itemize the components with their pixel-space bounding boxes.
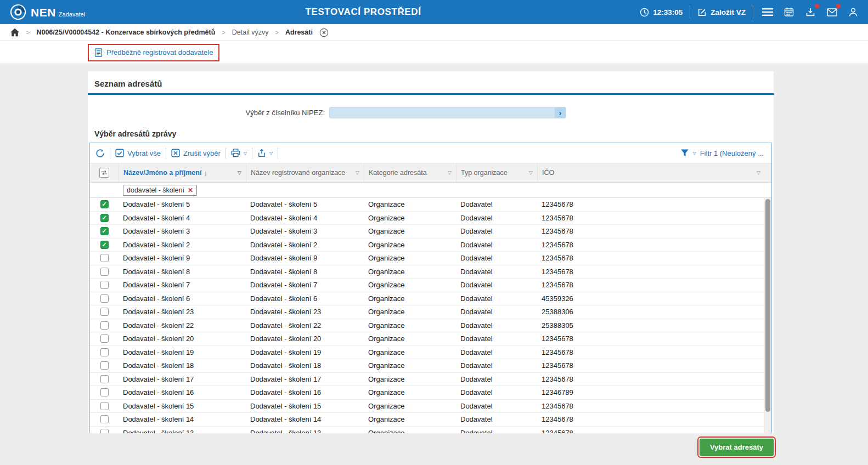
table-row[interactable]: Dodavatel - školení 17 Dodavatel - škole… — [90, 373, 771, 387]
table-row[interactable]: Dodavatel - školení 22 Dodavatel - škole… — [90, 319, 771, 333]
table-row[interactable]: Dodavatel - školení 19 Dodavatel - škole… — [90, 346, 771, 360]
user-icon — [848, 7, 858, 17]
table-row[interactable]: Dodavatel - školení 2 Dodavatel - školen… — [90, 239, 771, 252]
active-filter-label[interactable]: Filtr 1 (Neuložený ... — [700, 149, 764, 157]
messages-button[interactable] — [825, 5, 839, 19]
row-checkbox[interactable] — [100, 308, 109, 316]
column-filter-icon[interactable]: ▽ — [234, 170, 241, 175]
row-checkbox[interactable] — [100, 214, 109, 222]
column-header-ico[interactable]: IČO ▽ — [537, 163, 771, 182]
row-checkbox[interactable] — [100, 254, 109, 262]
table-row[interactable]: Dodavatel - školení 14 Dodavatel - škole… — [90, 413, 771, 427]
home-icon[interactable] — [10, 28, 20, 37]
row-checkbox[interactable] — [100, 402, 109, 410]
create-vz-button[interactable]: Založit VZ — [697, 8, 746, 17]
table-row[interactable]: Dodavatel - školení 18 Dodavatel - škole… — [90, 359, 771, 373]
row-checkbox[interactable] — [100, 429, 109, 433]
refresh-button[interactable] — [95, 149, 105, 158]
column-header-type[interactable]: Typ organizace ▽ — [456, 163, 537, 182]
column-filter-icon[interactable]: ▽ — [526, 170, 533, 175]
clear-selection-button[interactable]: Zrušit výběr — [171, 149, 221, 157]
table-row[interactable]: Dodavatel - školení 16 Dodavatel - škole… — [90, 386, 771, 400]
row-checkbox[interactable] — [100, 268, 109, 276]
cell-ico: 25388305 — [537, 321, 771, 330]
topbar-controls: 12:33:05 Založit VZ — [640, 5, 860, 19]
table-row[interactable]: Dodavatel - školení 7 Dodavatel - školen… — [90, 279, 771, 292]
nipez-input[interactable] — [329, 107, 566, 118]
column-header-org[interactable]: Název registrované organizace ▽ — [246, 163, 364, 182]
column-chooser-icon — [99, 168, 109, 178]
vertical-scrollbar[interactable] — [764, 198, 771, 433]
downloads-button[interactable] — [803, 5, 818, 19]
filter-caret-icon[interactable]: ▽ — [693, 151, 696, 156]
cell-category: Organizace — [364, 429, 456, 433]
table-row[interactable]: Dodavatel - školení 5 Dodavatel - školen… — [90, 198, 771, 212]
topbar-divider — [690, 5, 690, 19]
breadcrumb-separator: > — [26, 29, 30, 36]
cell-type: Dodavatel — [456, 375, 537, 383]
row-checkbox[interactable] — [100, 415, 109, 423]
column-filter-icon[interactable]: ▽ — [444, 170, 452, 175]
notification-dot — [815, 4, 819, 8]
filter-chip[interactable]: dodavatel - školení ✕ — [123, 185, 197, 196]
row-checkbox[interactable] — [100, 281, 109, 289]
column-header-category[interactable]: Kategorie adresáta ▽ — [364, 163, 456, 182]
user-button[interactable] — [846, 5, 860, 19]
table-row[interactable]: Dodavatel - školení 8 Dodavatel - školen… — [90, 265, 771, 279]
row-checkbox[interactable] — [100, 348, 109, 356]
row-checkbox[interactable] — [100, 227, 109, 235]
row-checkbox[interactable] — [100, 200, 109, 208]
sort-desc-icon[interactable]: ↓ — [204, 169, 207, 177]
nen-logo-icon — [10, 4, 26, 20]
export-button[interactable]: ▽ — [257, 149, 273, 157]
table-row[interactable]: Dodavatel - školení 13 Dodavatel - škole… — [90, 427, 771, 434]
table-row[interactable]: Dodavatel - školení 3 Dodavatel - školen… — [90, 225, 771, 239]
table-row[interactable]: Dodavatel - školení 9 Dodavatel - školen… — [90, 252, 771, 265]
column-header-name[interactable]: Název/Jméno a příjmení ↓ ▽ — [119, 163, 246, 182]
row-checkbox[interactable] — [100, 294, 109, 303]
cell-ico: 12345678 — [537, 415, 771, 423]
menu-button[interactable] — [760, 5, 775, 19]
select-recipients-button[interactable]: Vybrat adresáty — [700, 439, 774, 456]
column-chooser[interactable] — [90, 163, 119, 182]
breadcrumb-item-procurement[interactable]: N006/25/V00004542 - Konzervace sbírkovýc… — [36, 29, 215, 36]
row-checkbox[interactable] — [100, 321, 109, 330]
row-checkbox[interactable] — [100, 334, 109, 343]
row-checkbox[interactable] — [100, 241, 109, 249]
row-checkbox[interactable] — [100, 388, 109, 396]
row-checkbox-cell — [90, 241, 119, 249]
preregister-supplier-label: Předběžně registrovat dodavatele — [106, 48, 213, 56]
toolbar-divider — [226, 148, 226, 158]
app-logo[interactable]: NEN Zadavatel — [10, 4, 109, 20]
recipients-grid: Vybrat vše Zrušit výběr ▽ — [89, 143, 772, 433]
cell-org: Dodavatel - školení 15 — [246, 402, 364, 410]
cell-type: Dodavatel — [456, 402, 537, 410]
cell-type: Dodavatel — [456, 214, 537, 222]
row-checkbox[interactable] — [100, 361, 109, 370]
row-checkbox[interactable] — [100, 375, 109, 383]
table-row[interactable]: Dodavatel - školení 15 Dodavatel - škole… — [90, 400, 771, 413]
cell-name: Dodavatel - školení 20 — [119, 334, 246, 343]
calendar-button[interactable] — [782, 5, 796, 19]
cell-type: Dodavatel — [456, 361, 537, 370]
top-bar: NEN Zadavatel TESTOVACÍ PROSTŘEDÍ 12:33:… — [0, 0, 868, 24]
cell-category: Organizace — [364, 334, 456, 343]
select-all-button[interactable]: Vybrat vše — [115, 149, 161, 157]
print-button[interactable]: ▽ — [231, 149, 247, 157]
scrollbar-thumb[interactable] — [765, 199, 770, 412]
row-checkbox-cell — [90, 429, 119, 433]
close-tab-icon[interactable] — [319, 28, 329, 37]
breadcrumb-item-detail-vyzvy[interactable]: Detail výzvy — [232, 29, 269, 36]
table-row[interactable]: Dodavatel - školení 20 Dodavatel - škole… — [90, 332, 771, 346]
row-checkbox-cell — [90, 200, 119, 208]
filter-icon[interactable] — [680, 149, 689, 157]
table-row[interactable]: Dodavatel - školení 4 Dodavatel - školen… — [90, 212, 771, 225]
preregister-supplier-button[interactable]: Předběžně registrovat dodavatele — [88, 44, 219, 61]
remove-filter-icon[interactable]: ✕ — [188, 187, 193, 194]
column-filter-icon[interactable]: ▽ — [352, 170, 359, 175]
nipez-picker-button[interactable]: › — [555, 107, 566, 118]
column-filter-icon[interactable]: ▽ — [753, 170, 760, 175]
table-row[interactable]: Dodavatel - školení 23 Dodavatel - škole… — [90, 305, 771, 319]
table-row[interactable]: Dodavatel - školení 6 Dodavatel - školen… — [90, 292, 771, 306]
filter-row: dodavatel - školení ✕ — [90, 183, 771, 198]
